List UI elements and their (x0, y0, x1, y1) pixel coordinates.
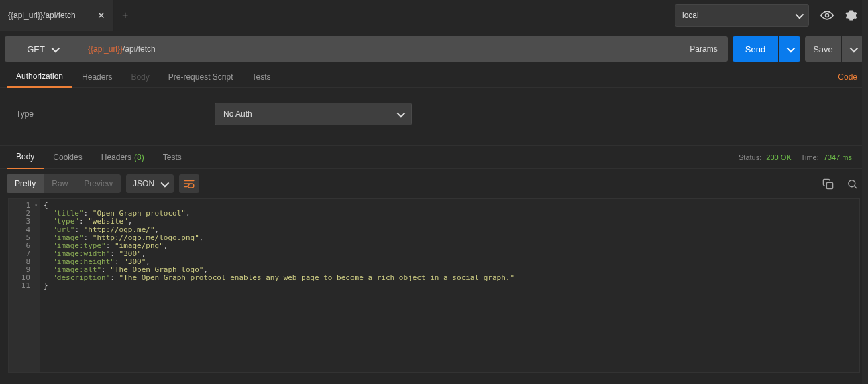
svg-rect-3 (826, 182, 832, 188)
code-link[interactable]: Code (838, 72, 861, 82)
status-value: 200 OK (763, 153, 791, 162)
response-body-code: { "title": "Open Graph protocol", "type"… (40, 199, 519, 372)
svg-point-0 (826, 14, 829, 17)
time-label: Time: 7347 ms (801, 153, 861, 162)
auth-type-label: Type (16, 109, 215, 119)
response-tab-bar: Body Cookies Headers (8) Tests Status: 2… (0, 146, 868, 169)
send-dropdown-button[interactable] (779, 36, 800, 62)
view-preview[interactable]: Preview (76, 174, 121, 193)
view-mode-group: Pretty Raw Preview (7, 174, 121, 193)
environment-quicklook-button[interactable] (816, 4, 838, 27)
headers-count: (8) (134, 153, 144, 162)
http-method-value: GET (27, 44, 45, 54)
save-button[interactable]: Save (805, 36, 841, 62)
auth-type-select[interactable]: No Auth (215, 103, 412, 125)
copy-response-button[interactable] (818, 174, 837, 193)
chevron-down-icon (51, 44, 60, 52)
tab-headers[interactable]: Headers (72, 66, 121, 88)
auth-type-value: No Auth (223, 109, 252, 119)
line-gutter: 1234567891011 (9, 199, 40, 372)
request-tab-bar: Authorization Headers Body Pre-request S… (0, 66, 868, 88)
tab-tests[interactable]: Tests (242, 66, 280, 88)
close-icon[interactable]: ✕ (97, 10, 105, 21)
window-scrollbar[interactable] (862, 0, 868, 384)
chevron-down-icon (786, 44, 795, 52)
response-tab-cookies[interactable]: Cookies (44, 146, 91, 169)
chevron-down-icon (849, 44, 858, 52)
format-select[interactable]: JSON (126, 174, 174, 193)
response-body-viewer[interactable]: 1234567891011 { "title": "Open Graph pro… (8, 198, 860, 373)
tab-authorization[interactable]: Authorization (7, 66, 72, 88)
url-variable: {{api_url}} (88, 44, 123, 54)
settings-button[interactable] (840, 4, 863, 27)
chevron-down-icon (397, 109, 406, 117)
request-bar: GET {{api_url}}/api/fetch Params Send Sa… (0, 31, 868, 66)
response-view-bar: Pretty Raw Preview JSON (0, 169, 868, 198)
tab-prerequest[interactable]: Pre-request Script (159, 66, 243, 88)
chevron-down-icon (161, 178, 170, 187)
svg-line-5 (854, 186, 856, 188)
request-tab[interactable]: {{api_url}}/api/fetch ✕ (0, 0, 114, 31)
response-tab-headers[interactable]: Headers (8) (92, 146, 154, 169)
response-tab-tests[interactable]: Tests (154, 146, 191, 169)
new-tab-button[interactable]: + (114, 0, 137, 31)
send-button[interactable]: Send (733, 36, 778, 62)
chevron-down-icon (796, 10, 804, 19)
http-method-select[interactable]: GET (5, 36, 80, 62)
status-label: Status: 200 OK (739, 153, 801, 162)
time-value: 7347 ms (821, 153, 852, 162)
authorization-panel: Type No Auth (0, 88, 868, 146)
url-path: /api/fetch (123, 44, 156, 54)
view-pretty[interactable]: Pretty (7, 174, 44, 193)
tab-body[interactable]: Body (121, 66, 158, 88)
params-button[interactable]: Params (680, 36, 728, 62)
url-input[interactable]: {{api_url}}/api/fetch (80, 36, 680, 62)
request-tab-title: {{api_url}}/api/fetch (8, 11, 76, 20)
save-dropdown-button[interactable] (842, 36, 863, 62)
window-header: {{api_url}}/api/fetch ✕ + local (0, 0, 868, 31)
environment-select[interactable]: local (675, 4, 809, 27)
search-response-button[interactable] (843, 174, 861, 193)
line-wrap-toggle[interactable] (179, 174, 199, 193)
wrap-icon (183, 178, 195, 189)
view-raw[interactable]: Raw (44, 174, 76, 193)
svg-point-4 (848, 180, 855, 186)
environment-select-value: local (682, 11, 699, 20)
response-tab-body[interactable]: Body (7, 146, 44, 169)
